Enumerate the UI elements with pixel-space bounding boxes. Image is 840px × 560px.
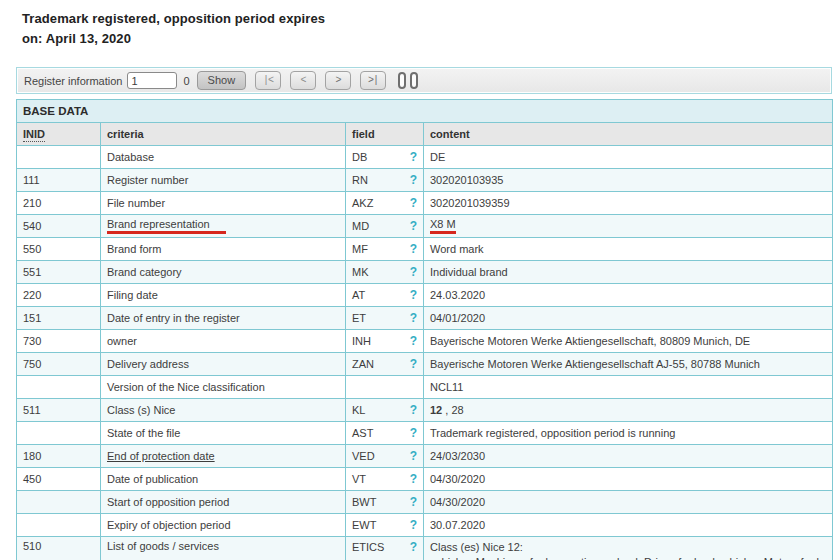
table-row: State of the fileAST?Trademark registere… (17, 422, 833, 445)
criteria-cell: Start of opposition period (101, 491, 346, 514)
inid-cell: 511 (17, 399, 101, 422)
field-code: RN (352, 174, 368, 186)
help-icon[interactable]: ? (410, 288, 417, 302)
last-page-icon[interactable]: >| (360, 71, 386, 90)
section-title: BASE DATA (17, 100, 833, 123)
field-cell: BWT? (346, 491, 424, 514)
table-row: 551Brand categoryMK?Individual brand (17, 261, 833, 284)
inid-cell: 210 (17, 192, 101, 215)
help-icon[interactable]: ? (410, 357, 417, 371)
field-cell: ETICS? (346, 537, 424, 560)
help-icon[interactable]: ? (410, 472, 417, 486)
field-cell: AT? (346, 284, 424, 307)
criteria-cell: File number (101, 192, 346, 215)
field-cell: INH? (346, 330, 424, 353)
help-icon[interactable]: ? (410, 403, 417, 417)
vertical-bar-icon[interactable] (398, 72, 406, 89)
help-icon[interactable]: ? (410, 334, 417, 348)
criteria-cell: Date of entry in the register (101, 307, 346, 330)
content-cell: 3020201039359 (424, 192, 833, 215)
inid-cell (17, 146, 101, 169)
column-header-criteria: criteria (101, 123, 346, 146)
column-header-row: INID criteria field content (17, 123, 833, 146)
content-cell: NCL11 (424, 376, 833, 399)
table-row: 450Date of publicationVT?04/30/2020 (17, 468, 833, 491)
content-cell: X8 M (424, 215, 833, 238)
inid-cell: 111 (17, 169, 101, 192)
field-cell: AST? (346, 422, 424, 445)
help-icon[interactable]: ? (410, 196, 417, 210)
help-icon[interactable]: ? (410, 242, 417, 256)
page-title-line2: on: April 13, 2020 (22, 29, 325, 49)
field-cell: KL? (346, 399, 424, 422)
criteria-cell: Delivery address (101, 353, 346, 376)
content-bold-part: 12 (430, 404, 442, 416)
field-code: ET (352, 312, 366, 324)
inid-cell: 550 (17, 238, 101, 261)
previous-page-icon[interactable]: < (290, 71, 316, 90)
field-code: ETICS (352, 541, 384, 553)
page-number-input[interactable] (127, 72, 177, 89)
content-cell: 24.03.2020 (424, 284, 833, 307)
criteria-link[interactable]: End of protection date (107, 450, 215, 462)
help-icon[interactable]: ? (410, 449, 417, 463)
field-cell: VED? (346, 445, 424, 468)
table-row: Start of opposition periodBWT?04/30/2020 (17, 491, 833, 514)
criteria-cell: Brand form (101, 238, 346, 261)
help-icon[interactable]: ? (410, 265, 417, 279)
criteria-cell: Filing date (101, 284, 346, 307)
content-cell: 30.07.2020 (424, 514, 833, 537)
table-row: Expiry of objection periodEWT?30.07.2020 (17, 514, 833, 537)
help-icon[interactable]: ? (410, 518, 417, 532)
help-icon[interactable]: ? (410, 540, 417, 554)
content-line: Class (es) Nice 12: (430, 540, 826, 555)
next-page-icon[interactable]: > (325, 71, 351, 90)
field-code: ZAN (352, 358, 374, 370)
section-header-row: BASE DATA (17, 100, 833, 123)
table-row: 220Filing dateAT?24.03.2020 (17, 284, 833, 307)
inid-cell: 551 (17, 261, 101, 284)
base-data-table-body: BASE DATA INID criteria field content Da… (17, 100, 833, 560)
content-cell: Word mark (424, 238, 833, 261)
inid-cell: 220 (17, 284, 101, 307)
vertical-bar-icon[interactable] (410, 72, 418, 89)
first-page-icon[interactable]: |< (255, 71, 281, 90)
help-icon[interactable]: ? (410, 150, 417, 164)
content-cell: 04/30/2020 (424, 491, 833, 514)
field-code: INH (352, 335, 371, 347)
field-cell: MD? (346, 215, 424, 238)
content-cell: DE (424, 146, 833, 169)
table-row: 730ownerINH?Bayerische Motoren Werke Akt… (17, 330, 833, 353)
help-icon[interactable]: ? (410, 219, 417, 233)
criteria-cell: Brand category (101, 261, 346, 284)
criteria-cell: Class (s) Nice (101, 399, 346, 422)
table-row: 180End of protection dateVED?24/03/2030 (17, 445, 833, 468)
register-information-label: Register information (24, 75, 122, 87)
content-line: vehicles; Machinery for locomotion on la… (430, 555, 826, 560)
show-button[interactable]: Show (197, 71, 247, 90)
content-cell: 12 , 28 (424, 399, 833, 422)
help-icon[interactable]: ? (410, 426, 417, 440)
field-code: VT (352, 473, 366, 485)
inid-cell (17, 514, 101, 537)
base-data-table: BASE DATA INID criteria field content Da… (16, 99, 833, 560)
table-row: Version of the Nice classificationNCL11 (17, 376, 833, 399)
field-code: AT (352, 289, 365, 301)
field-code: VED (352, 450, 375, 462)
criteria-cell: Database (101, 146, 346, 169)
content-cell: Bayerische Motoren Werke Aktiengesellsch… (424, 330, 833, 353)
field-code: KL (352, 404, 365, 416)
help-icon[interactable]: ? (410, 173, 417, 187)
field-cell: MK? (346, 261, 424, 284)
field-cell (346, 376, 424, 399)
help-icon[interactable]: ? (410, 495, 417, 509)
page-title: Trademark registered, opposition period … (22, 9, 325, 49)
field-code: MK (352, 266, 369, 278)
field-cell: VT? (346, 468, 424, 491)
page-title-line1: Trademark registered, opposition period … (22, 9, 325, 29)
table-row: 540Brand representationMD?X8 M (17, 215, 833, 238)
inid-cell: 151 (17, 307, 101, 330)
help-icon[interactable]: ? (410, 311, 417, 325)
criteria-cell: State of the file (101, 422, 346, 445)
inid-cell (17, 422, 101, 445)
